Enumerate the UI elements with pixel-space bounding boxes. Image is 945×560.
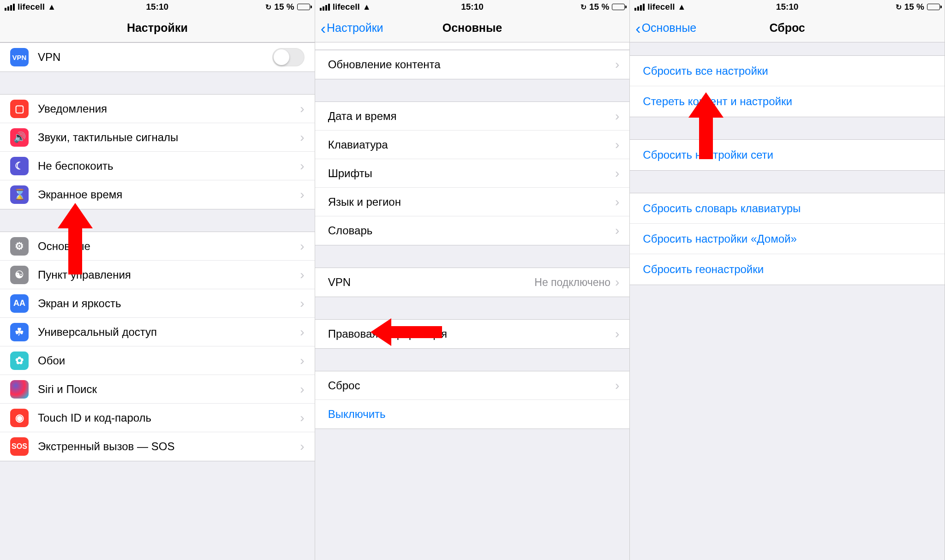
chevron-right-icon: › <box>300 439 304 454</box>
back-label: Настройки <box>327 21 383 35</box>
row-label: Сбросить настройки «Домой» <box>643 232 934 245</box>
row-screentime[interactable]: ⌛ Экранное время › <box>0 180 315 209</box>
carrier-label: lifecell <box>333 2 360 12</box>
chevron-left-icon: ‹ <box>321 20 326 36</box>
row-label: Сброс <box>328 379 615 392</box>
vpn-toggle[interactable] <box>272 48 305 66</box>
wifi-icon: ▲ <box>363 2 371 12</box>
chevron-right-icon: › <box>300 239 304 254</box>
chevron-right-icon: › <box>300 187 304 202</box>
row-label: Siri и Поиск <box>38 383 300 396</box>
row-sos[interactable]: SOS Экстренный вызов — SOS › <box>0 432 315 461</box>
control-center-icon: ☯ <box>10 266 29 284</box>
row-label: Экран и яркость <box>38 297 300 310</box>
orientation-lock-icon: ↻ <box>580 3 586 12</box>
row-label: Сбросить все настройки <box>643 65 934 77</box>
page-title: Настройки <box>127 21 188 35</box>
chevron-right-icon: › <box>300 353 304 368</box>
row-control-center[interactable]: ☯ Пункт управления › <box>0 261 315 289</box>
row-touchid[interactable]: ◉ Touch ID и код-пароль › <box>0 404 315 432</box>
battery-icon <box>612 4 625 10</box>
row-reset-home-layout[interactable]: Сбросить настройки «Домой» <box>630 224 945 254</box>
row-shutdown[interactable]: Выключить <box>315 400 630 429</box>
siri-icon <box>10 380 29 399</box>
wifi-icon: ▲ <box>48 2 56 12</box>
row-label: Экранное время <box>38 188 300 201</box>
row-reset-location[interactable]: Сбросить геонастройки <box>630 254 945 285</box>
row-fonts[interactable]: Шрифты › <box>315 159 630 188</box>
signal-icon <box>634 4 645 11</box>
row-wallpaper[interactable]: ✿ Обои › <box>0 346 315 375</box>
row-language-region[interactable]: Язык и регион › <box>315 188 630 216</box>
row-label: Touch ID и код-пароль <box>38 411 300 424</box>
chevron-right-icon: › <box>300 130 304 145</box>
row-vpn[interactable]: VPN VPN <box>0 43 315 71</box>
back-button[interactable]: ‹ Настройки <box>321 20 383 36</box>
chevron-right-icon: › <box>615 327 619 341</box>
wifi-icon: ▲ <box>677 2 686 12</box>
row-label: VPN <box>328 276 535 289</box>
vpn-icon: VPN <box>10 48 29 66</box>
chevron-right-icon: › <box>300 159 304 173</box>
vpn-status: Не подключено <box>534 276 610 289</box>
status-time: 15:10 <box>146 2 169 12</box>
row-label: Сбросить настройки сети <box>643 149 934 161</box>
row-reset-network[interactable]: Сбросить настройки сети <box>630 140 945 170</box>
row-vpn-general[interactable]: VPN Не подключено › <box>315 268 630 297</box>
chevron-right-icon: › <box>300 296 304 311</box>
touchid-icon: ◉ <box>10 409 29 427</box>
nav-bar: ‹ Настройки Основные <box>315 14 630 42</box>
row-label: Сбросить словарь клавиатуры <box>643 202 934 215</box>
row-general[interactable]: ⚙ Основные › <box>0 232 315 261</box>
signal-icon <box>5 4 15 11</box>
row-legal[interactable]: Правовая информация › <box>315 320 630 348</box>
chevron-right-icon: › <box>300 411 304 425</box>
display-icon: AA <box>10 294 29 313</box>
accessibility-icon: ☘ <box>10 323 29 341</box>
orientation-lock-icon: ↻ <box>265 3 271 12</box>
row-display[interactable]: AA Экран и яркость › <box>0 289 315 318</box>
row-reset-keyboard-dict[interactable]: Сбросить словарь клавиатуры <box>630 193 945 224</box>
row-label: Обои <box>38 354 300 367</box>
row-label: Основные <box>38 240 300 253</box>
row-dnd[interactable]: ☾ Не беспокоить › <box>0 152 315 180</box>
row-background-refresh[interactable]: Обновление контента › <box>315 50 630 79</box>
status-time: 15:10 <box>461 2 484 12</box>
battery-percent: 15 % <box>589 2 609 12</box>
row-label: Звуки, тактильные сигналы <box>38 131 300 144</box>
row-label: Язык и регион <box>328 196 615 209</box>
back-label: Основные <box>642 21 697 35</box>
row-reset[interactable]: Сброс › <box>315 371 630 400</box>
battery-percent: 15 % <box>274 2 294 12</box>
row-datetime[interactable]: Дата и время › <box>315 102 630 131</box>
status-bar: lifecell ▲ 15:10 ↻ 15 % <box>315 0 630 14</box>
row-dictionary[interactable]: Словарь › <box>315 216 630 245</box>
row-label: Сбросить геонастройки <box>643 263 934 276</box>
row-label: Экстренный вызов — SOS <box>38 440 300 453</box>
row-erase-all-content[interactable]: Стереть контент и настройки <box>630 86 945 117</box>
page-title: Основные <box>443 21 502 35</box>
row-sounds[interactable]: 🔊 Звуки, тактильные сигналы › <box>0 123 315 152</box>
row-label: Стереть контент и настройки <box>643 95 934 108</box>
row-reset-all-settings[interactable]: Сбросить все настройки <box>630 56 945 86</box>
row-keyboard[interactable]: Клавиатура › <box>315 131 630 159</box>
orientation-lock-icon: ↻ <box>896 3 902 12</box>
chevron-right-icon: › <box>300 101 304 116</box>
chevron-right-icon: › <box>615 57 619 72</box>
wallpaper-icon: ✿ <box>10 351 29 370</box>
row-label: Уведомления <box>38 102 300 115</box>
battery-icon <box>297 4 310 10</box>
row-label: VPN <box>38 51 272 64</box>
sos-icon: SOS <box>10 437 29 456</box>
row-accessibility[interactable]: ☘ Универсальный доступ › <box>0 318 315 346</box>
row-siri[interactable]: Siri и Поиск › <box>0 375 315 404</box>
battery-percent: 15 % <box>904 2 924 12</box>
back-button[interactable]: ‹ Основные <box>635 20 696 36</box>
chevron-right-icon: › <box>615 223 619 238</box>
chevron-right-icon: › <box>615 166 619 181</box>
status-time: 15:10 <box>776 2 799 12</box>
battery-icon <box>927 4 940 10</box>
row-notifications[interactable]: ▢ Уведомления › <box>0 95 315 123</box>
row-label: Обновление контента <box>328 58 615 71</box>
carrier-label: lifecell <box>647 2 675 12</box>
